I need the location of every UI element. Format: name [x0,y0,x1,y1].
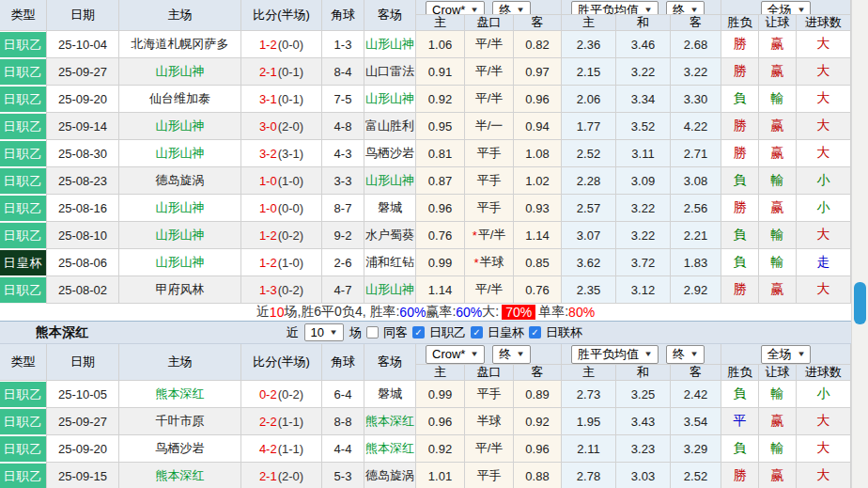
cell-avg-draw: 3.52 [616,113,671,140]
cell-odds-away: 0.97 [514,58,562,86]
cell-away-team: 熊本深红 [364,408,416,435]
scope-select[interactable]: 全场▼ [761,345,812,364]
full-time-score: 0-2 [259,387,277,401]
col-header-type: 类型 [0,0,47,31]
avg-odds-select[interactable]: 胜平负均值▼ [571,345,659,364]
scope-select[interactable]: 全场▼ [761,1,812,16]
cell-odds-handicap: 平/半 [465,86,514,113]
col-header-avg_home: 主 [562,365,616,381]
col-header-score: 比分(半场) [241,344,322,381]
cell-date: 25-08-16 [47,195,119,222]
cell-avg-away: 2.52 [671,463,721,488]
cell-odds-home: 0.76 [416,222,465,249]
cell-avg-home: 2.73 [562,381,616,408]
final-odds-select-2[interactable]: 终▼ [666,1,705,16]
summary-segment: 近 [256,304,270,321]
avg-odds-select[interactable]: 胜平负均值▼ [571,1,659,16]
scope-dropdown-group: 全场▼ [721,344,851,365]
cell-league-type: 日皇杯 [0,249,47,276]
cell-avg-draw: 3.12 [616,276,671,304]
avg-dropdown-group: 胜平负均值▼终▼ [562,344,721,365]
full-time-score: 2-1 [259,65,277,79]
filter-jleague-cup-checkbox[interactable]: ✓ [529,326,541,338]
bookmaker-select[interactable]: Crow*▼ [426,1,485,16]
select-value: Crow* [432,347,465,361]
cell-home-team: 山形山神 [119,58,241,86]
cell-goals-result: 大 [797,86,851,113]
summary-segment: 70% [502,305,535,320]
cell-avg-home: 2.06 [562,86,616,113]
cell-result: 勝 [721,58,759,86]
handicap-change-star: * [473,228,477,243]
cell-league-type: 日职乙 [0,140,47,167]
cell-odds-handicap: 平/半 [465,435,514,463]
summary-segment: 60% [456,305,482,320]
cell-away-team: 水户蜀葵 [364,222,416,249]
col-header-avg_away: 客 [671,365,721,381]
cell-odds-handicap: *平/半 [465,222,514,249]
cell-score: 2-2(1-1) [241,408,322,435]
cell-avg-draw: 3.72 [616,249,671,276]
cell-goals-result: 大 [797,58,851,86]
league-badge: 日职乙 [0,382,46,407]
cell-goals-result: 走 [797,249,851,276]
cell-goals-result: 小 [797,381,851,408]
cell-avg-away: 3.22 [671,58,721,86]
cell-odds-away: 0.85 [514,249,562,276]
half-time-score: (0-1) [278,92,303,106]
cell-odds-home: 0.87 [416,167,465,195]
full-time-score: 3-1 [259,92,277,106]
vertical-scrollbar[interactable] [851,0,868,488]
cell-handicap-result: 赢 [759,195,797,222]
half-time-score: (3-1) [278,147,303,161]
cell-result: 負 [721,381,759,408]
cell-home-team: 山形山神 [119,249,241,276]
cell-odds-away: 1.08 [514,140,562,167]
bookmaker-select[interactable]: Crow*▼ [426,345,485,364]
cell-odds-home: 0.99 [416,381,465,408]
cell-handicap-result: 赢 [759,113,797,140]
cell-avg-home: 2.11 [562,435,616,463]
col-header-type: 类型 [0,344,47,381]
league-badge: 日职乙 [0,32,46,57]
cell-result: 負 [721,86,759,113]
cell-handicap-result: 輸 [759,86,797,113]
cell-corner: 4-7 [322,276,364,304]
cell-date: 25-09-14 [47,113,119,140]
half-time-score: (1-1) [278,442,303,456]
cell-away-team: 磐城 [364,381,416,408]
cell-odds-away: 0.96 [514,435,562,463]
col-header-score: 比分(半场) [241,0,322,31]
cell-home-team: 熊本深红 [119,463,241,488]
filter-jleague2-checkbox[interactable]: ✓ [412,326,425,338]
half-time-score: (1-0) [278,256,303,270]
cell-avg-draw: 3.23 [616,435,671,463]
final-odds-select[interactable]: 终▼ [492,345,531,364]
recent-count-select[interactable]: 10▼ [304,323,344,341]
final-odds-select[interactable]: 终▼ [492,1,531,16]
cell-odds-away: 1.02 [514,167,562,195]
cell-corner: 2-6 [322,249,364,276]
cell-away-team: 德岛旋涡 [364,463,416,488]
cell-odds-away: 0.88 [514,463,562,488]
final-odds-select-2[interactable]: 终▼ [666,345,705,364]
cell-away-team: 山形山神 [364,86,416,113]
cell-date: 25-10-05 [47,381,119,408]
summary-segment: 赢率: [426,304,456,321]
select-value: Crow* [432,3,465,15]
col-header-corner: 角球 [322,344,364,381]
cell-date: 25-09-27 [47,58,119,86]
cell-avg-draw: 3.09 [616,167,671,195]
scrollbar-thumb[interactable] [854,282,866,324]
half-time-score: (0-2) [278,228,303,243]
cell-avg-home: 1.95 [562,408,616,435]
summary-segment: 大: [482,304,499,321]
cell-score: 3-1(0-1) [241,86,322,113]
filter-emperors-cup-checkbox[interactable]: ✓ [471,326,483,338]
cell-goals-result: 大 [797,435,851,463]
summary-segment: 10 [270,305,285,320]
unit-label: 场 [349,324,362,341]
handicap-change-star: * [473,256,478,270]
cell-home-team: 熊本深红 [119,381,241,408]
filter-same-away-checkbox[interactable] [366,326,379,338]
